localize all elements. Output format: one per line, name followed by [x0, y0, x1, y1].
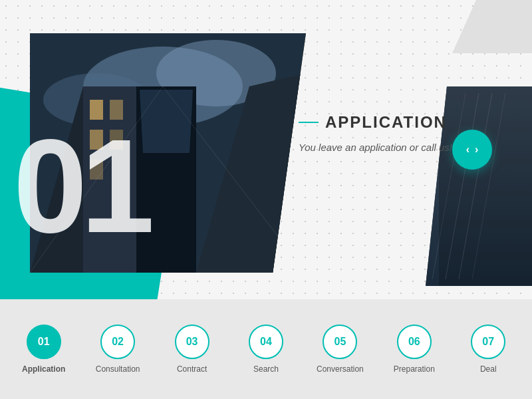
step-nav-01[interactable]: 01 Application	[7, 325, 80, 374]
step-nav-05[interactable]: 05 Conversation	[303, 325, 377, 374]
step-title: APPLICATION	[299, 113, 452, 132]
step-nav-02[interactable]: 02 Consultation	[80, 325, 154, 374]
step-info: APPLICATION You leave an application or …	[299, 113, 452, 153]
step-label-01: Application	[22, 364, 65, 374]
next-arrow-icon: ›	[475, 144, 478, 156]
step-nav-07[interactable]: 07 Deal	[452, 325, 525, 374]
step-nav-06[interactable]: 06 Preparation	[377, 325, 451, 374]
step-nav-03[interactable]: 03 Contract	[155, 325, 229, 374]
step-circle-07: 07	[471, 325, 505, 359]
step-label-03: Contract	[177, 364, 207, 374]
step-circle-04: 04	[249, 325, 283, 359]
main-content-area: 01 APPLICATION You leave an application …	[0, 0, 532, 299]
step-navigation-bar: 01 Application 02 Consultation 03 Contra…	[0, 299, 532, 399]
step-title-text: APPLICATION	[325, 113, 447, 132]
accent-line-decoration	[299, 122, 319, 123]
svg-rect-4	[439, 86, 532, 286]
step-circle-02: 02	[100, 325, 135, 359]
step-circle-06: 06	[397, 325, 432, 359]
step-circle-03: 03	[175, 325, 209, 359]
step-number-large: 01	[13, 120, 148, 253]
step-nav-04[interactable]: 04 Search	[229, 325, 303, 374]
step-circle-01: 01	[27, 325, 61, 359]
nav-arrows-button[interactable]: ‹ ›	[452, 130, 492, 170]
step-circle-05: 05	[323, 325, 357, 359]
step-label-04: Search	[253, 364, 279, 374]
step-label-05: Conversation	[317, 364, 364, 374]
step-label-07: Deal	[480, 364, 497, 374]
prev-arrow-icon: ‹	[466, 144, 469, 156]
step-label-02: Consultation	[96, 364, 140, 374]
step-description: You leave an application or call us!	[299, 142, 452, 153]
step-label-06: Preparation	[394, 364, 435, 374]
left-image-panel: 01	[0, 0, 306, 299]
